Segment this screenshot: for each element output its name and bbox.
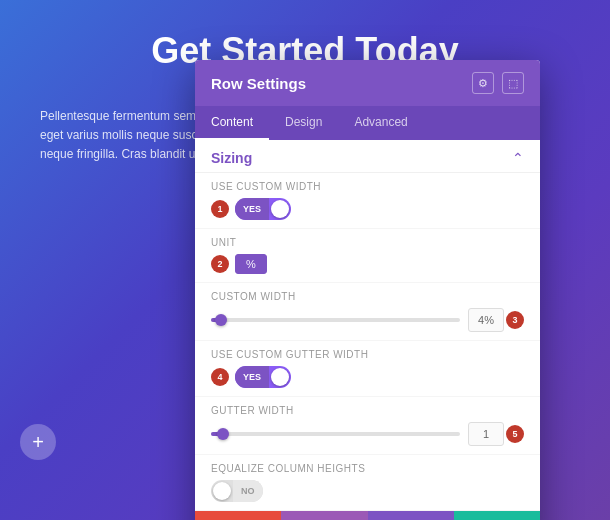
sizing-title: Sizing bbox=[211, 150, 252, 166]
modal-tabs: Content Design Advanced bbox=[195, 106, 540, 140]
unit-selector: 2 % bbox=[211, 254, 524, 274]
use-custom-width-toggle-row: 1 YES bbox=[211, 198, 524, 220]
cancel-button[interactable]: ✕ bbox=[195, 511, 281, 520]
gutter-width-slider-row: 1 5 bbox=[211, 422, 524, 446]
gutter-toggle-yes-label: YES bbox=[235, 366, 269, 388]
save-button[interactable]: ✓ bbox=[454, 511, 540, 520]
custom-width-thumb[interactable] bbox=[215, 314, 227, 326]
tab-design[interactable]: Design bbox=[269, 106, 338, 140]
gutter-width-field: Gutter Width 1 5 bbox=[195, 397, 540, 455]
gutter-width-label: Gutter Width bbox=[211, 405, 524, 416]
use-custom-width-field: Use Custom Width 1 YES bbox=[195, 173, 540, 229]
gutter-width-value-box: 1 5 bbox=[468, 422, 524, 446]
toggle-yes-label: YES bbox=[235, 198, 269, 220]
toggle-knob bbox=[271, 200, 289, 218]
toggle-no-label: NO bbox=[233, 480, 263, 502]
equalize-knob bbox=[213, 482, 231, 500]
use-custom-width-toggle[interactable]: YES bbox=[235, 198, 291, 220]
sizing-section-header: Sizing ⌃ bbox=[195, 140, 540, 173]
badge-2: 2 bbox=[211, 255, 229, 273]
modal-header: Row Settings ⚙ ⬚ bbox=[195, 60, 540, 106]
custom-width-track[interactable] bbox=[211, 318, 460, 322]
unit-label: Unit bbox=[211, 237, 524, 248]
badge-5: 5 bbox=[506, 425, 524, 443]
custom-width-value[interactable]: 4% bbox=[468, 308, 504, 332]
custom-width-slider-row: 4% 3 bbox=[211, 308, 524, 332]
gutter-toggle-knob bbox=[271, 368, 289, 386]
use-custom-gutter-toggle[interactable]: YES bbox=[235, 366, 291, 388]
badge-4: 4 bbox=[211, 368, 229, 386]
use-custom-gutter-label: Use Custom Gutter Width bbox=[211, 349, 524, 360]
background-text: Pellentesque fermentum sem eget varius m… bbox=[40, 107, 220, 165]
badge-3: 3 bbox=[506, 311, 524, 329]
equalize-heights-toggle[interactable]: NO bbox=[211, 480, 263, 502]
use-custom-gutter-toggle-row: 4 YES bbox=[211, 366, 524, 388]
gutter-width-thumb[interactable] bbox=[217, 428, 229, 440]
modal-footer: ✕ ↺ ↻ ✓ bbox=[195, 511, 540, 520]
settings-icon[interactable]: ⚙ bbox=[472, 72, 494, 94]
equalize-heights-toggle-row: NO bbox=[211, 480, 524, 502]
badge-1: 1 bbox=[211, 200, 229, 218]
unit-percent-button[interactable]: % bbox=[235, 254, 267, 274]
equalize-heights-field: Equalize Column Heights NO bbox=[195, 455, 540, 511]
unit-field: Unit 2 % bbox=[195, 229, 540, 283]
use-custom-gutter-field: Use Custom Gutter Width 4 YES bbox=[195, 341, 540, 397]
use-custom-width-label: Use Custom Width bbox=[211, 181, 524, 192]
tab-advanced[interactable]: Advanced bbox=[338, 106, 423, 140]
modal-header-actions: ⚙ ⬚ bbox=[472, 72, 524, 94]
custom-width-field: Custom Width 4% 3 bbox=[195, 283, 540, 341]
equalize-heights-label: Equalize Column Heights bbox=[211, 463, 524, 474]
tab-content[interactable]: Content bbox=[195, 106, 269, 140]
modal-body: Sizing ⌃ Use Custom Width 1 YES Unit 2 % bbox=[195, 140, 540, 511]
section-collapse-icon[interactable]: ⌃ bbox=[512, 150, 524, 166]
reset-button[interactable]: ↺ bbox=[281, 511, 367, 520]
custom-width-label: Custom Width bbox=[211, 291, 524, 302]
modal-title: Row Settings bbox=[211, 75, 306, 92]
expand-icon[interactable]: ⬚ bbox=[502, 72, 524, 94]
row-settings-modal: Row Settings ⚙ ⬚ Content Design Advanced… bbox=[195, 60, 540, 520]
redo-button[interactable]: ↻ bbox=[368, 511, 454, 520]
custom-width-value-box: 4% 3 bbox=[468, 308, 524, 332]
add-section-button[interactable]: + bbox=[20, 424, 56, 460]
gutter-width-track[interactable] bbox=[211, 432, 460, 436]
gutter-width-value[interactable]: 1 bbox=[468, 422, 504, 446]
